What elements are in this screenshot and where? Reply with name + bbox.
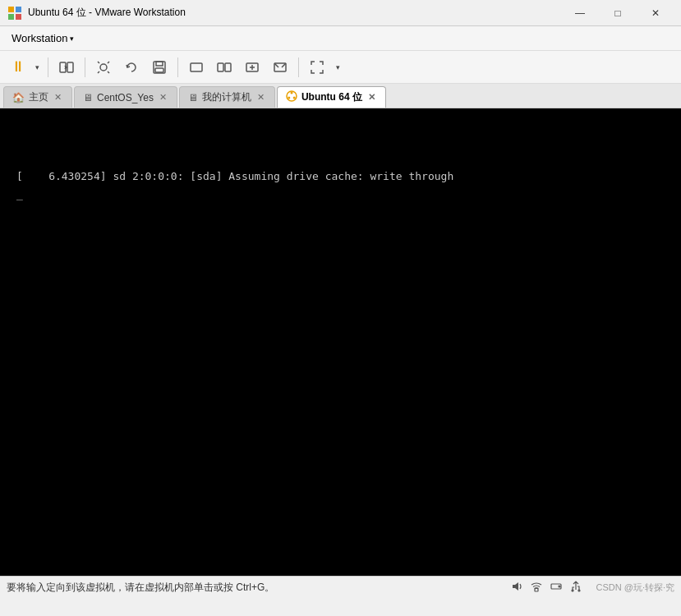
- tab-ubuntu[interactable]: Ubuntu 64 位 ✕: [277, 86, 386, 108]
- minimize-button[interactable]: —: [561, 0, 599, 26]
- save-snapshot-button[interactable]: [146, 54, 173, 80]
- menu-bar: Workstation ▾: [0, 26, 681, 51]
- vm-action-transfer[interactable]: [53, 54, 80, 80]
- svg-point-23: [578, 590, 580, 591]
- fullscreen-button[interactable]: [304, 54, 330, 80]
- home-tab-close[interactable]: ✕: [53, 91, 63, 103]
- pause-group: ⏸ ▾: [5, 54, 43, 80]
- ubuntu-tab-icon: [286, 90, 297, 104]
- separator-2: [85, 57, 85, 77]
- storage-icon[interactable]: [550, 580, 563, 595]
- svg-point-18: [288, 97, 290, 99]
- tab-home[interactable]: 🏠 主页 ✕: [3, 86, 72, 108]
- svg-rect-4: [60, 62, 66, 72]
- watermark: CSDN @玩·转探·究: [596, 582, 674, 594]
- revert-button[interactable]: [118, 54, 145, 80]
- separator-1: [48, 57, 48, 77]
- console-cursor: _: [16, 188, 23, 200]
- tab-mycomputer[interactable]: 🖥 我的计算机 ✕: [179, 86, 275, 108]
- home-tab-label: 主页: [29, 90, 48, 104]
- centos-tab-icon: 🖥: [83, 92, 93, 103]
- snapshot-button[interactable]: [90, 54, 117, 80]
- vm-display-area[interactable]: [ 6.430254] sd 2:0:0:0: [sda] Assuming d…: [0, 108, 681, 576]
- separator-3: [177, 57, 178, 77]
- console-output: [ 6.430254] sd 2:0:0:0: [sda] Assuming d…: [16, 170, 453, 182]
- workstation-menu-label: Workstation: [12, 32, 67, 44]
- layout-dual[interactable]: [211, 54, 237, 80]
- close-button[interactable]: ✕: [637, 0, 674, 26]
- svg-rect-10: [191, 63, 202, 71]
- network-icon[interactable]: [530, 580, 543, 595]
- svg-rect-9: [155, 68, 163, 72]
- layout-stretch[interactable]: [267, 54, 293, 80]
- svg-rect-0: [8, 7, 14, 12]
- toolbar: ⏸ ▾: [0, 51, 681, 84]
- cursor-char: _: [16, 188, 23, 200]
- ubuntu-tab-close[interactable]: ✕: [366, 91, 377, 103]
- mycomputer-tab-icon: 🖥: [188, 92, 198, 103]
- audio-icon[interactable]: [510, 580, 523, 595]
- workstation-menu[interactable]: Workstation ▾: [5, 28, 81, 49]
- title-bar: Ubuntu 64 位 - VMware Workstation — □ ✕: [0, 0, 681, 26]
- tab-centos[interactable]: 🖥 CentOS_Yes ✕: [74, 86, 177, 108]
- svg-point-17: [293, 97, 296, 99]
- pause-button[interactable]: ⏸: [5, 54, 31, 80]
- window-controls: — □ ✕: [561, 0, 674, 26]
- layout-single[interactable]: [183, 54, 209, 80]
- svg-point-16: [290, 92, 292, 94]
- workstation-menu-arrow: ▾: [70, 34, 74, 43]
- status-text: 要将输入定向到该虚拟机，请在虚拟机内部单击或按 Ctrl+G。: [7, 581, 510, 595]
- usb-icon[interactable]: [569, 580, 582, 595]
- svg-point-22: [572, 590, 573, 591]
- svg-rect-2: [8, 14, 14, 20]
- home-tab-icon: 🏠: [12, 92, 25, 103]
- svg-rect-3: [16, 14, 21, 20]
- svg-rect-8: [156, 62, 163, 66]
- centos-tab-close[interactable]: ✕: [158, 91, 168, 103]
- svg-rect-12: [225, 63, 231, 71]
- svg-rect-1: [16, 7, 21, 12]
- window-title: Ubuntu 64 位 - VMware Workstation: [28, 6, 561, 20]
- svg-rect-11: [218, 63, 223, 71]
- fullscreen-dropdown[interactable]: ▾: [332, 54, 343, 80]
- mycomputer-tab-close[interactable]: ✕: [255, 91, 266, 103]
- svg-point-21: [559, 586, 560, 587]
- separator-4: [298, 57, 299, 77]
- pause-dropdown-button[interactable]: ▾: [31, 54, 43, 80]
- ubuntu-tab-label: Ubuntu 64 位: [301, 90, 362, 104]
- centos-tab-label: CentOS_Yes: [97, 92, 154, 103]
- svg-point-6: [100, 64, 107, 71]
- status-icons: CSDN @玩·转探·究: [510, 580, 674, 595]
- restore-button[interactable]: □: [599, 0, 637, 26]
- status-bar: 要将输入定向到该虚拟机，请在虚拟机内部单击或按 Ctrl+G。: [0, 576, 681, 599]
- app-icon: [7, 5, 23, 21]
- layout-fit[interactable]: [239, 54, 265, 80]
- tabs-bar: 🏠 主页 ✕ 🖥 CentOS_Yes ✕ 🖥 我的计算机 ✕ Ubuntu 6…: [0, 84, 681, 108]
- svg-rect-5: [67, 62, 73, 72]
- mycomputer-tab-label: 我的计算机: [202, 90, 251, 104]
